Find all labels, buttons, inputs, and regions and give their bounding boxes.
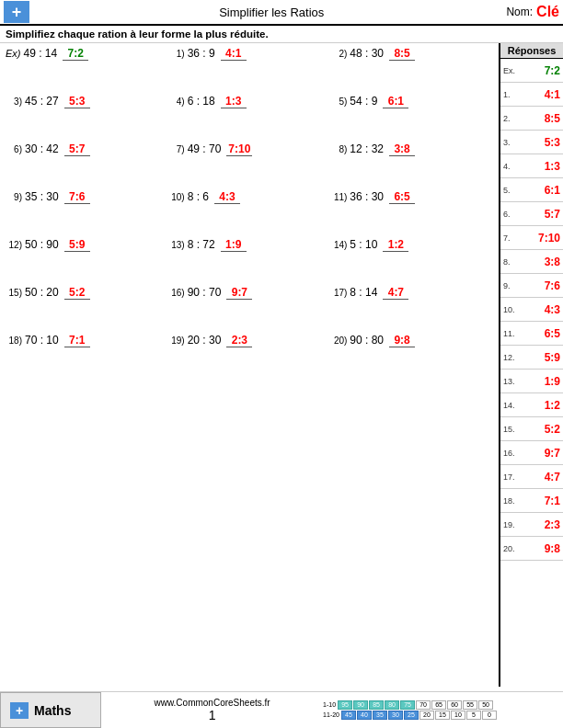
answer-row: 8.3:8 [500,250,563,274]
answer-label: 9. [503,281,518,290]
prob-num-8: 8) [330,144,347,154]
prob-item-10: 10) 8 : 6 4:3 [168,190,324,204]
answer-value: 3:8 [518,256,560,268]
prob-num-7: 7) [168,144,185,154]
answer-row: 2.8:5 [500,107,563,131]
prob-num-10: 10) [168,192,185,202]
cle-label: Clé [536,4,559,20]
answer-value: 5:7 [518,208,560,221]
prob-answer-1: 4:1 [221,47,247,61]
answer-value: 6:5 [518,327,560,340]
score-cell: 15 [435,711,450,720]
score-cell: 0 [482,711,497,720]
prob-num-17: 17) [330,288,347,298]
answer-row: Ex.7:2 [500,59,563,83]
score-row-2-container: 11-20 454035302520151050 [323,711,497,720]
prob-answer-12: 5:9 [64,238,90,252]
answer-row: 1.4:1 [500,83,563,107]
problem-row-121314: 12) 50 : 90 5:9 13) 8 : 72 1:9 14) 5 : 1… [6,238,493,267]
answer-row: 11.6:5 [500,322,563,346]
answer-value: 1:2 [518,399,560,412]
prob-answer-5: 6:1 [383,95,408,108]
prob-item-13: 13) 8 : 72 1:9 [168,238,324,252]
score-cell: 95 [338,700,352,710]
answer-label: 6. [503,210,518,219]
footer-url: www.CommonCoreSheets.fr [154,698,270,708]
score-cell: 85 [369,700,384,710]
prob-answer-11: 6:5 [389,190,415,204]
prob-item-6: 6) 30 : 42 5:7 [6,142,161,156]
prob-ratio-4: 6 : 18 [188,95,215,108]
prob-ratio-15: 50 : 20 [25,286,59,299]
answer-value: 6:1 [518,184,560,197]
answer-row: 17.4:7 [500,465,563,489]
prob-item-17: 17) 8 : 14 4:7 [330,286,486,300]
ex-label: Ex) [6,48,21,59]
score-cell: 45 [341,711,356,720]
score-row-1-container: 1-10 95908580757065605550 [323,700,497,710]
answer-value: 5:9 [518,351,560,364]
answer-label: 1. [503,90,518,99]
answer-row: 7.7:10 [500,226,563,250]
score-range-2: 11-20 [323,711,339,718]
answer-row: 6.5:7 [500,202,563,226]
answer-value: 4:7 [518,471,560,483]
problem-row-678: 6) 30 : 42 5:7 7) 49 : 70 7:10 8) 12 : 3… [6,142,493,172]
answers-header: Réponses [500,43,563,59]
answer-row: 3.5:3 [500,131,563,154]
answer-value: 4:3 [518,303,560,316]
score-cell: 50 [478,700,493,710]
prob-answer-16: 9:7 [226,286,252,300]
prob-answer-8: 3:8 [389,142,415,156]
score-cell: 55 [463,700,477,710]
prob-answer-4: 1:3 [221,95,247,108]
prob-num-11: 11) [330,192,347,202]
answer-row: 18.7:1 [500,489,563,513]
prob-num-14: 14) [330,240,347,250]
prob-ratio-8: 12 : 32 [350,142,384,155]
prob-ratio-20: 90 : 80 [350,334,384,347]
prob-item-20: 20) 90 : 80 9:8 [330,334,486,347]
answer-value: 4:1 [518,88,560,101]
prob-item-3: 3) 45 : 27 5:3 [6,95,161,108]
answer-row: 16.9:7 [500,441,563,465]
answer-row: 10.4:3 [500,298,563,322]
answer-label: 16. [503,449,518,458]
answer-value: 7:10 [518,232,560,245]
prob-item-14: 14) 5 : 10 1:2 [330,238,486,252]
score-cell: 60 [447,700,462,710]
answer-value: 9:8 [518,542,560,555]
answer-value: 5:3 [518,136,560,149]
footer-logo-plus-icon: + [16,703,23,718]
prob-ratio-7: 49 : 70 [188,142,222,155]
prob-num-16: 16) [168,288,185,298]
score-cell: 5 [466,711,481,720]
logo-plus-icon: + [12,4,22,20]
prob-num-2: 2) [330,49,347,59]
header: + Simplifier les Ratios Nom: Clé [0,0,563,26]
prob-item-9: 9) 35 : 30 7:6 [6,190,161,204]
answer-label: 3. [503,138,518,147]
answer-label: 14. [503,401,518,410]
score-cell: 90 [353,700,368,710]
problem-row-345: 3) 45 : 27 5:3 4) 6 : 18 1:3 5) 54 : 9 6… [6,95,493,124]
score-cell: 25 [404,711,419,720]
prob-answer-13: 1:9 [221,238,247,252]
answer-label: 7. [503,233,518,243]
answer-label: 12. [503,353,518,362]
answer-label: 2. [503,114,518,123]
prob-ratio-12: 50 : 90 [25,238,59,251]
score-cell: 80 [385,700,399,710]
score-row-2: 454035302520151050 [341,711,497,720]
nom-label: Nom: [506,6,533,18]
prob-num-20: 20) [330,336,347,346]
prob-ratio-2: 48 : 30 [350,47,384,60]
footer-center: www.CommonCoreSheets.fr 1 [101,692,323,728]
score-cell: 40 [357,711,372,720]
prob-item-ex: Ex) 49 : 14 7:2 [6,47,161,61]
score-cell: 35 [373,711,387,720]
prob-item-7: 7) 49 : 70 7:10 [168,142,324,156]
prob-item-16: 16) 90 : 70 9:7 [168,286,324,300]
answer-row: 19.2:3 [500,513,563,537]
prob-num-15: 15) [6,288,22,298]
